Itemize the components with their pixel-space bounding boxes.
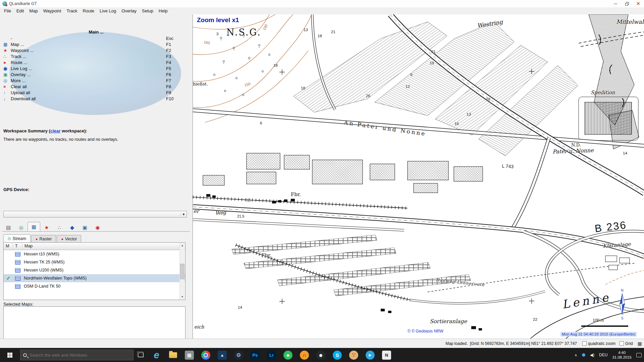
menu-livelog[interactable]: Live Log: [97, 8, 119, 14]
tab-routes[interactable]: ◆: [66, 223, 78, 231]
tab-globe[interactable]: ◎: [15, 223, 28, 231]
lightroom-glyph-icon: Lr: [267, 351, 276, 360]
map-canvas[interactable]: Zoom level x1 N.S.G. Westring Mittelwald…: [193, 14, 644, 339]
menu-overlay[interactable]: Overlay: [119, 8, 139, 14]
task-view-button[interactable]: [133, 348, 148, 362]
action-overlay[interactable]: ▣Overlay ...F6: [0, 71, 192, 77]
scroll-down-icon[interactable]: ▼: [180, 294, 185, 299]
tray-chevron-icon[interactable]: ∧: [572, 348, 580, 362]
action-center-button[interactable]: [634, 348, 644, 362]
action-download-all[interactable]: ↓Download allF10: [0, 96, 192, 102]
menubar: File Edit Map Waypoint Track Route Live …: [0, 7, 644, 14]
tab-vector[interactable]: ●Vector: [57, 235, 81, 242]
menu-setup[interactable]: Setup: [139, 8, 156, 14]
action-escape[interactable]: -Esc: [0, 35, 192, 41]
table-row[interactable]: OSM D-Land TK 50: [4, 282, 185, 290]
map-parcel-number: 6: [260, 121, 262, 125]
clear-workspace-link[interactable]: clear: [50, 128, 60, 133]
diary-icon: ▣: [83, 225, 87, 231]
tab-diary[interactable]: ▣: [78, 223, 91, 231]
menu-help[interactable]: Help: [156, 8, 170, 14]
volume-icon[interactable]: ◀): [588, 348, 597, 362]
onenote-icon[interactable]: N: [378, 348, 395, 362]
menu-edit[interactable]: Edit: [14, 8, 26, 14]
map-label-eich: eich: [194, 324, 204, 329]
wms-icon: [15, 260, 20, 264]
tray-app-icon[interactable]: [580, 348, 588, 362]
menu-waypoint[interactable]: Waypoint: [41, 8, 64, 14]
globe-more-icon: ◎: [3, 78, 11, 83]
route-dot-icon: ●: [3, 60, 11, 65]
compass-rose-icon: N S: [616, 288, 628, 320]
taskbar-apps: e▤▲⊙PsLr♣∩☻S∵▸N: [148, 348, 395, 362]
table-scrollbar[interactable]: ▲ ▼: [179, 243, 185, 299]
header-t[interactable]: T: [13, 243, 22, 250]
globe-icon: ◎: [19, 225, 23, 231]
menu-track[interactable]: Track: [64, 8, 80, 14]
maximize-button[interactable]: [621, 0, 633, 7]
start-button[interactable]: [0, 348, 19, 362]
app-icon: [2, 1, 7, 6]
svg-text:N: N: [621, 288, 624, 292]
menu-map[interactable]: Map: [26, 8, 40, 14]
tab-maps[interactable]: ▦: [28, 222, 40, 231]
close-button[interactable]: ×: [633, 0, 644, 7]
map-parcel-number: 9: [410, 73, 412, 77]
system-tray: ∧ ◀) DEU 4:40 31.08.2015: [572, 348, 644, 362]
language-indicator[interactable]: DEU: [597, 348, 610, 362]
header-m[interactable]: M: [4, 243, 13, 250]
taskbar-search[interactable]: [20, 350, 133, 360]
tab-stream[interactable]: ◎Stream: [3, 234, 31, 242]
tab-raster[interactable]: ●Raster: [31, 235, 56, 242]
evernote-icon[interactable]: ♣: [280, 348, 296, 362]
github-icon[interactable]: ☻: [313, 348, 329, 362]
search-input[interactable]: [30, 353, 130, 358]
header-map[interactable]: Map: [22, 243, 185, 250]
skype-icon[interactable]: S: [329, 348, 345, 362]
action-route[interactable]: ●Route ...F4: [0, 59, 192, 65]
edge-glyph-icon: e: [152, 351, 161, 360]
action-waypoint[interactable]: ★Waypoint ...F2: [0, 47, 192, 53]
scrollbar-thumb[interactable]: [180, 264, 184, 279]
clock[interactable]: 4:40 31.08.2015: [610, 348, 634, 362]
selected-maps-list[interactable]: [3, 306, 185, 339]
gps-device-select[interactable]: ▼: [3, 211, 187, 218]
photoshop-icon[interactable]: Ps: [247, 348, 263, 362]
tab-waypoints[interactable]: ★: [40, 223, 53, 231]
photos-icon[interactable]: ▲: [214, 348, 230, 362]
table-row[interactable]: Hessen t10 (WMS): [4, 250, 185, 258]
lightroom-icon[interactable]: Lr: [263, 348, 280, 362]
edge-icon[interactable]: e: [148, 348, 165, 362]
map-parcel-number: 14: [623, 151, 627, 155]
action-upload-all[interactable]: ↑Upload allF9: [0, 89, 192, 96]
table-row[interactable]: Hessen TK 25 (WMS): [4, 258, 185, 266]
scroll-up-icon[interactable]: ▲: [180, 243, 185, 248]
store-icon[interactable]: ▤: [181, 348, 198, 362]
action-map[interactable]: ▦Map ...F1: [0, 41, 192, 47]
action-livelog[interactable]: ◉Live Log ...F5: [0, 65, 192, 71]
statusbar: Map loaded. [Grid: N 5692763m, E 3404591…: [0, 339, 644, 348]
map-label-spedition: Spedition: [591, 89, 615, 96]
audacity-icon[interactable]: ∩: [296, 348, 313, 362]
file-explorer-icon[interactable]: [165, 348, 181, 362]
minimize-button[interactable]: [610, 0, 621, 7]
clear-x-icon: ×: [3, 84, 11, 89]
action-more[interactable]: ◎More ...F7: [0, 77, 192, 83]
table-row[interactable]: Hessen U200 (WMS): [4, 266, 185, 274]
menu-file[interactable]: File: [1, 8, 14, 14]
telegram-icon[interactable]: ▸: [362, 348, 378, 362]
steam-icon[interactable]: ⊙: [230, 348, 247, 362]
tab-devices[interactable]: ▤: [2, 223, 15, 231]
action-track[interactable]: ∴Track ...F3: [0, 53, 192, 59]
chrome-icon[interactable]: [198, 348, 214, 362]
menu-route[interactable]: Route: [80, 8, 97, 14]
tab-live[interactable]: ◉: [91, 223, 104, 231]
map-timestamp: Mon Aug 31 04:40:29 2015 (Europe/Berlin): [560, 332, 637, 337]
grid-checkbox[interactable]: Grid: [620, 341, 633, 346]
audacity-glyph-icon: ∩: [300, 351, 309, 360]
table-row-selected[interactable]: ✓Nordrhein-Westfalen Topo (WMS): [4, 274, 185, 282]
tab-tracks[interactable]: ∴: [53, 223, 66, 231]
quadratic-zoom-checkbox[interactable]: quadratic zoom: [582, 341, 615, 346]
action-clear-all[interactable]: ×Clear allF8: [0, 83, 192, 89]
hamster-icon[interactable]: ∵: [345, 348, 362, 362]
